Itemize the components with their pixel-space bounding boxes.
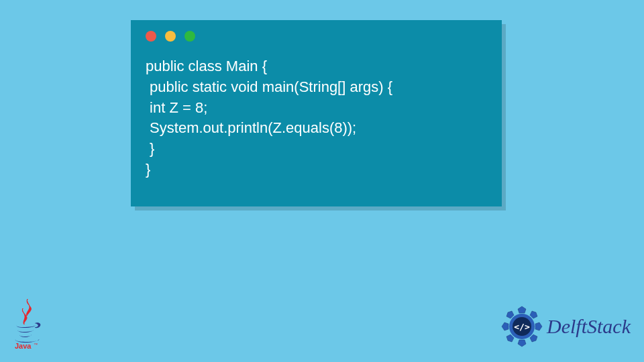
svg-marker-2 — [518, 306, 526, 313]
code-block: public class Main { public static void m… — [131, 42, 502, 180]
code-window: public class Main { public static void m… — [131, 20, 502, 206]
svg-marker-8 — [506, 335, 514, 342]
svg-marker-6 — [506, 311, 514, 318]
java-logo-icon: Java ™ — [9, 298, 46, 350]
close-icon — [146, 31, 156, 42]
svg-marker-3 — [518, 340, 526, 347]
svg-text:</>: </> — [514, 322, 530, 332]
svg-marker-4 — [502, 322, 508, 330]
delftstack-logo: </> DelftStack — [500, 304, 631, 349]
window-controls — [131, 20, 502, 42]
gear-emblem-icon: </> — [500, 304, 544, 349]
brand-label: DelftStack — [547, 315, 631, 338]
minimize-icon — [165, 31, 176, 42]
svg-marker-7 — [530, 311, 537, 318]
svg-text:Java: Java — [15, 342, 32, 350]
svg-marker-5 — [535, 322, 542, 330]
maximize-icon — [184, 31, 195, 42]
svg-marker-9 — [530, 335, 537, 342]
svg-text:™: ™ — [34, 343, 38, 347]
